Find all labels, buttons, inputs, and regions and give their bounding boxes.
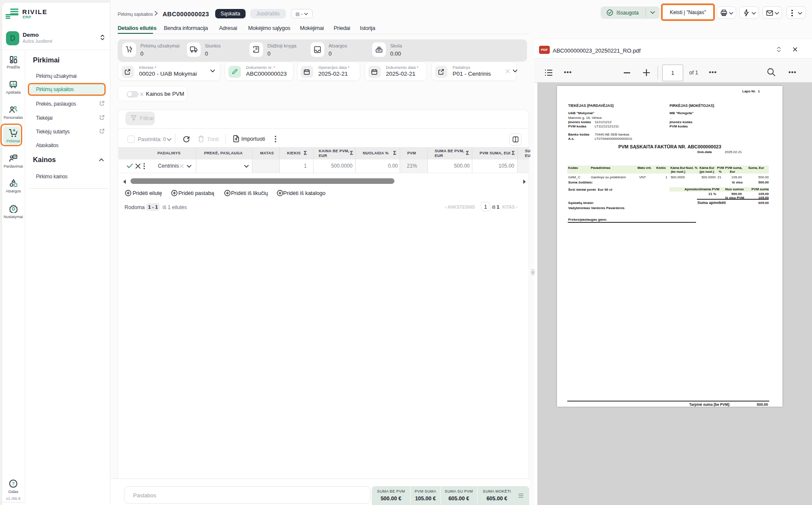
- svg-text:?: ?: [12, 481, 15, 486]
